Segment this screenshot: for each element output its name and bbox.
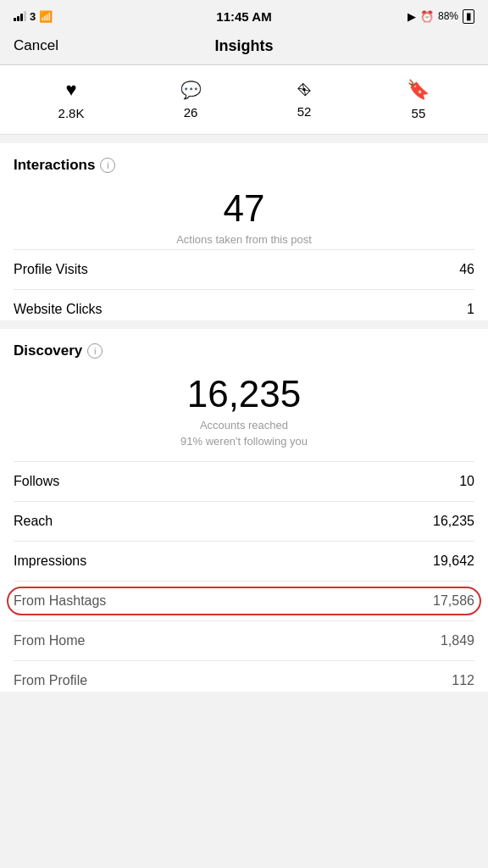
shares-stat: ✉ 52 — [297, 81, 312, 119]
alarm-icon: ⏰ — [420, 10, 434, 23]
interactions-big-number: 47 — [14, 187, 474, 230]
comments-value: 26 — [184, 105, 198, 120]
from-profile-row: From Profile 112 — [14, 660, 474, 692]
follows-row: Follows 10 — [14, 461, 474, 501]
battery-percent: 88% — [438, 10, 458, 22]
follows-label: Follows — [14, 474, 59, 489]
bookmark-icon: 🔖 — [407, 79, 430, 101]
from-home-row: From Home 1,849 — [14, 620, 474, 660]
reach-row: Reach 16,235 — [14, 501, 474, 541]
page-title: Insights — [214, 37, 273, 55]
profile-visits-row: Profile Visits 46 — [14, 249, 474, 289]
interactions-section: Interactions i 47 Actions taken from thi… — [0, 143, 488, 320]
location-icon: ▶ — [408, 10, 416, 23]
interactions-title: Interactions — [14, 157, 95, 174]
saves-stat: 🔖 55 — [407, 79, 430, 120]
from-profile-value: 112 — [452, 673, 474, 688]
discovery-header: Discovery i — [14, 342, 474, 359]
likes-value: 2.8K — [58, 106, 85, 120]
from-home-value: 1,849 — [441, 633, 474, 648]
reach-label: Reach — [14, 514, 53, 529]
battery-icon: ▮ — [463, 9, 474, 24]
from-hashtags-value: 17,586 — [433, 593, 474, 609]
likes-stat: ♥ 2.8K — [58, 79, 85, 120]
interactions-info-icon[interactable]: i — [100, 158, 115, 173]
carrier-label: 3 — [30, 10, 36, 23]
shares-value: 52 — [297, 104, 312, 119]
interactions-sub-label: Actions taken from this post — [14, 233, 474, 246]
impressions-value: 19,642 — [433, 554, 474, 569]
discovery-info-icon[interactable]: i — [87, 343, 103, 359]
status-time: 11:45 AM — [216, 9, 271, 24]
website-clicks-value: 1 — [467, 302, 474, 317]
discovery-title: Discovery — [14, 342, 82, 359]
share-icon: ✉ — [293, 79, 315, 101]
from-hashtags-row: From Hashtags 17,586 — [14, 581, 474, 620]
status-left: 3 📶 — [14, 10, 53, 23]
impressions-row: Impressions 19,642 — [14, 541, 474, 581]
discovery-sub-label: Accounts reached — [14, 419, 474, 431]
follows-value: 10 — [459, 474, 474, 489]
wifi-icon: 📶 — [39, 10, 53, 23]
interactions-header: Interactions i — [14, 157, 474, 174]
impressions-label: Impressions — [14, 554, 86, 569]
profile-visits-value: 46 — [459, 262, 474, 277]
reach-value: 16,235 — [433, 514, 474, 529]
website-clicks-row: Website Clicks 1 — [14, 289, 474, 320]
comment-icon: 💬 — [180, 80, 202, 100]
from-profile-label: From Profile — [14, 673, 87, 688]
discovery-big-number: 16,235 — [14, 373, 474, 415]
from-hashtags-label: From Hashtags — [14, 593, 106, 609]
heart-icon: ♥ — [65, 79, 76, 101]
saves-value: 55 — [412, 106, 426, 120]
nav-bar: Cancel Insights — [0, 31, 488, 65]
comments-stat: 💬 26 — [180, 80, 202, 120]
signal-bars — [14, 11, 26, 21]
discovery-sub-label2: 91% weren't following you — [14, 435, 474, 448]
website-clicks-label: Website Clicks — [14, 302, 103, 317]
stats-row: ♥ 2.8K 💬 26 ✉ 52 🔖 55 — [0, 65, 488, 135]
profile-visits-label: Profile Visits — [14, 262, 88, 277]
status-bar: 3 📶 11:45 AM ▶ ⏰ 88% ▮ — [0, 0, 488, 31]
discovery-section: Discovery i 16,235 Accounts reached 91% … — [0, 329, 488, 692]
status-right: ▶ ⏰ 88% ▮ — [408, 9, 474, 24]
from-home-label: From Home — [14, 633, 85, 648]
cancel-button[interactable]: Cancel — [14, 37, 58, 54]
